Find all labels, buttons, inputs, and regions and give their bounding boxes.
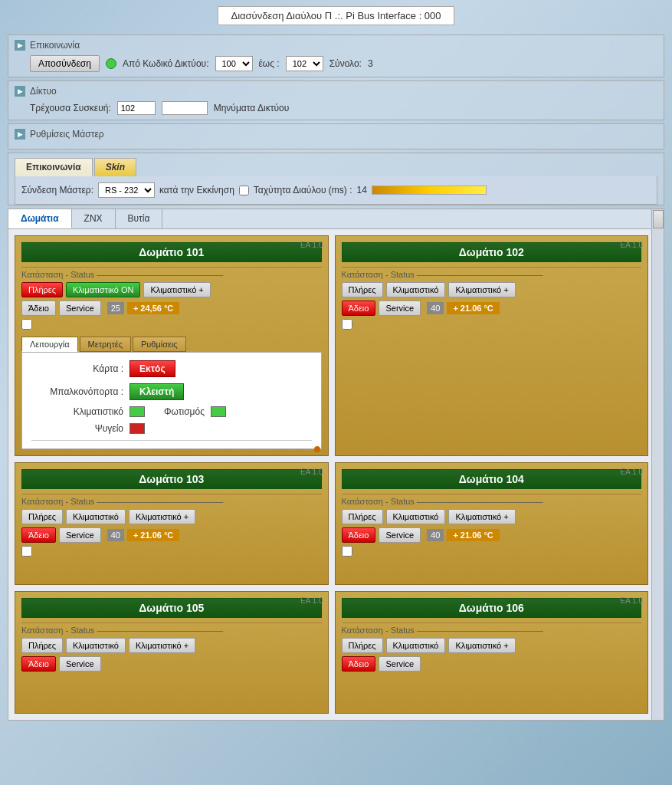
btn-service-106[interactable]: Service <box>379 656 421 672</box>
from-code-select[interactable]: 100101102 <box>215 56 253 71</box>
main-tabs-row: Δωμάτια ZNX Βυτία <box>8 209 664 229</box>
ea-badge-106: ΕΑ 1.0 <box>621 596 643 605</box>
inner-tab-rythmiseis-101[interactable]: Ρυθμίσεις <box>133 337 186 352</box>
btn-service-104[interactable]: Service <box>379 527 421 543</box>
main-tab-vytia[interactable]: Βυτία <box>116 209 163 228</box>
current-device-label: Τρέχουσα Συσκευή: <box>30 103 111 113</box>
klimatistiko-label: Κλιματιστικό <box>31 406 123 417</box>
btn-klimatistiko-plus-106[interactable]: Κλιματιστικό + <box>448 638 515 653</box>
syndesis-select[interactable]: RS - 232 <box>98 182 155 198</box>
status-buttons2-103: Άδειο Service 40 + 21.06 °C <box>21 527 322 543</box>
btn-plires-101[interactable]: Πλήρες <box>21 282 63 297</box>
btn-klimatistiko-on-101[interactable]: Κλιματιστικό ΟΝ <box>66 282 140 297</box>
btn-klimatistiko-102[interactable]: Κλιματιστικό <box>386 282 446 297</box>
status-buttons-105: Πλήρες Κλιματιστικό Κλιματιστικό + <box>21 638 322 653</box>
rythmiseis-arrow[interactable]: ▶ <box>15 129 25 140</box>
speed-value: 14 <box>356 185 366 195</box>
temp-num-104: 40 <box>427 529 444 541</box>
diktyo-arrow[interactable]: ▶ <box>15 86 25 97</box>
epikoinonia-label: Επικοινωνία <box>30 40 80 51</box>
btn-ektos-101[interactable]: Εκτός <box>129 360 175 377</box>
btn-klimatistiko-105[interactable]: Κλιματιστικό <box>66 638 126 653</box>
checkbox-103[interactable] <box>21 546 32 557</box>
btn-adeio-106[interactable]: Άδειο <box>342 656 376 672</box>
scrollbar-thumb[interactable] <box>653 210 664 228</box>
btn-plires-104[interactable]: Πλήρες <box>342 509 383 524</box>
status-label-105: Κατάσταση - Status ——————————————— <box>21 622 322 635</box>
room-card-105: ΕΑ 1.0 Δωμάτιο 105 Κατάσταση - Status ——… <box>15 591 329 714</box>
btn-adeio-105[interactable]: Άδειο <box>21 656 56 672</box>
inner-tab-metrities-101[interactable]: Μετρητές <box>80 337 131 352</box>
btn-service-102[interactable]: Service <box>379 301 421 316</box>
main-tab-domatio[interactable]: Δωμάτια <box>8 209 72 228</box>
btn-klimatistiko-plus-105[interactable]: Κλιματιστικό + <box>129 638 195 653</box>
device-input2[interactable] <box>162 101 208 115</box>
tab-skin[interactable]: Skin <box>94 158 136 176</box>
ektinisi-label: κατά την Εκκίνηση <box>159 185 234 195</box>
psygeio-indicator-101 <box>129 423 145 434</box>
rooms-grid: ΕΑ 1.0 Δωμάτιο 101 Κατάσταση - Status ——… <box>8 229 664 720</box>
checkbox-104[interactable] <box>342 546 352 557</box>
room-title-103: Δωμάτιο 103 <box>21 469 322 489</box>
status-buttons-101: Πλήρες Κλιματιστικό ΟΝ Κλιματιστικό + <box>21 282 322 297</box>
klimatistiko-row: Κλιματιστικό Φωτισμός <box>31 406 312 417</box>
status-label-106: Κατάσταση - Status ——————————————— <box>342 622 642 635</box>
psygeio-row: Ψυγείο <box>31 423 312 434</box>
tab-communication[interactable]: Επικοινωνία <box>15 158 93 176</box>
ektinisi-checkbox[interactable] <box>239 186 249 195</box>
checkbox-101[interactable] <box>21 319 32 330</box>
btn-plires-106[interactable]: Πλήρες <box>342 638 383 653</box>
btn-service-101[interactable]: Service <box>59 301 101 316</box>
btn-plires-102[interactable]: Πλήρες <box>342 282 383 297</box>
disconnect-button[interactable]: Αποσύνδεση <box>30 55 100 72</box>
rythmiseis-section: ▶ Ρυθμίσεις Μάστερ <box>8 123 664 149</box>
btn-adeio-102[interactable]: Άδειο <box>342 301 376 316</box>
diktyo-section: ▶ Δίκτυο Τρέχουσα Συσκευή: Μηνύματα Δικτ… <box>8 80 664 120</box>
room-card-101: ΕΑ 1.0 Δωμάτιο 101 Κατάσταση - Status ——… <box>15 235 329 456</box>
inner-tab-leitourgia-101[interactable]: Λειτουργία <box>21 337 78 352</box>
room-title-104: Δωμάτιο 104 <box>342 469 642 489</box>
tab-content-communication: Σύνδεση Μάστερ: RS - 232 κατά την Εκκίνη… <box>15 176 657 205</box>
btn-service-103[interactable]: Service <box>59 527 101 543</box>
btn-adeio-104[interactable]: Άδειο <box>342 527 376 543</box>
main-tab-znx[interactable]: ZNX <box>72 209 116 228</box>
scrollbar-track <box>651 209 664 720</box>
status-buttons2-104: Άδειο Service 40 + 21.06 °C <box>342 527 642 543</box>
temp-val-101: + 24,56 °C <box>127 302 179 314</box>
to-code-select[interactable]: 102103 <box>286 56 323 71</box>
btn-plires-103[interactable]: Πλήρες <box>21 509 63 524</box>
btn-klimatistiko-plus-104[interactable]: Κλιματιστικό + <box>448 509 515 524</box>
status-buttons-102: Πλήρες Κλιματιστικό Κλιματιστικό + <box>342 282 642 297</box>
btn-klimatistiko-104[interactable]: Κλιματιστικό <box>386 509 446 524</box>
temp-val-104: + 21.06 °C <box>447 529 499 541</box>
rythmiseis-label: Ρυθμίσεις Μάστερ <box>30 129 104 140</box>
klimatistiko-indicator-101 <box>129 406 145 417</box>
room-title-102: Δωμάτιο 102 <box>342 242 642 262</box>
btn-klimatistiko-plus-102[interactable]: Κλιματιστικό + <box>448 282 515 297</box>
btn-service-105[interactable]: Service <box>59 656 101 672</box>
to-label: έως : <box>259 58 280 69</box>
btn-klimatistiko-plus-101[interactable]: Κλιματιστικό + <box>143 282 210 297</box>
temp-num-101: 25 <box>107 302 124 314</box>
status-buttons2-101: Άδειο Service 25 + 24,56 °C <box>21 301 322 316</box>
temp-val-103: + 21.06 °C <box>127 529 179 541</box>
btn-klimatistiko-106[interactable]: Κλιματιστικό <box>386 638 446 653</box>
btn-adeio-103[interactable]: Άδειο <box>21 527 56 543</box>
btn-klimatistiko-103[interactable]: Κλιματιστικό <box>66 509 126 524</box>
btn-plires-105[interactable]: Πλήρες <box>21 638 63 653</box>
status-buttons2-106: Άδειο Service <box>342 656 642 672</box>
ea-badge-102: ΕΑ 1.0 <box>621 241 643 249</box>
ea-badge-105: ΕΑ 1.0 <box>300 596 323 605</box>
balkono-row: Μπαλκονόπορτα : Κλειστή <box>31 383 312 400</box>
fotismos-label: Φωτισμός <box>151 406 205 417</box>
room-inner-tabs-101: Λειτουργία Μετρητές Ρυθμίσεις <box>21 337 322 352</box>
current-device-input[interactable] <box>117 101 156 115</box>
btn-adeio-101[interactable]: Άδειο <box>21 301 56 316</box>
status-label-103: Κατάσταση - Status ——————————————— <box>21 494 322 506</box>
temp-val-102: + 21.06 °C <box>447 302 499 314</box>
epikoinonia-arrow[interactable]: ▶ <box>15 40 25 51</box>
btn-kleisti-101[interactable]: Κλειστή <box>129 383 184 400</box>
checkbox-102[interactable] <box>342 319 352 330</box>
btn-klimatistiko-plus-103[interactable]: Κλιματιστικό + <box>129 509 195 524</box>
temp-103: 40 + 21.06 °C <box>107 527 180 543</box>
